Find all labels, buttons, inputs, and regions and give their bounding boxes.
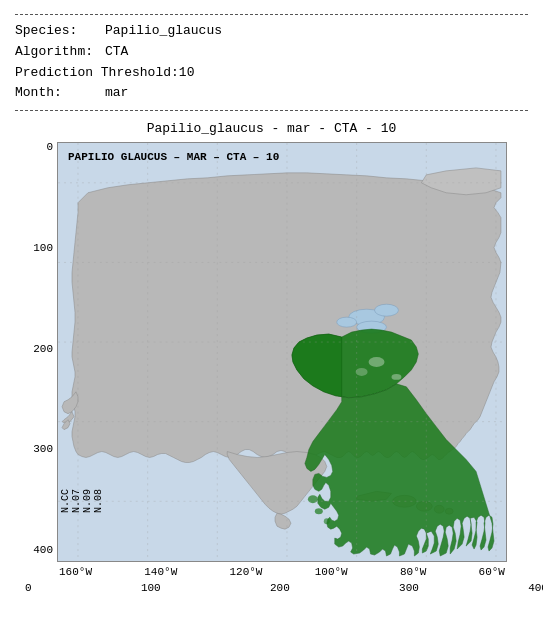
x-label-60w: 60°W (479, 566, 505, 578)
map-title: PAPILIO GLAUCUS – MAR – CTA – 10 (68, 151, 279, 163)
svg-point-14 (324, 518, 330, 524)
y-label-200: 200 (33, 344, 53, 355)
bottom-x-200: 200 (270, 582, 290, 594)
month-line: Month: mar (15, 83, 528, 104)
y-axis: 0 100 200 300 400 (25, 142, 57, 578)
x-label-80w: 80°W (400, 566, 426, 578)
prediction-line: Prediction Threshold: 10 (15, 63, 528, 84)
chart-title: Papilio_glaucus - mar - CTA - 10 (15, 121, 528, 136)
species-label: Species: (15, 21, 105, 42)
algorithm-line: Algorithm: CTA (15, 42, 528, 63)
chart-right: PAPILIO GLAUCUS – MAR – CTA – 10 N.08 N.… (57, 142, 528, 578)
svg-point-6 (375, 304, 399, 316)
x-label-120w: 120°W (229, 566, 262, 578)
svg-point-12 (308, 496, 318, 504)
bottom-x-100: 100 (141, 582, 161, 594)
map-svg (58, 143, 506, 561)
svg-point-11 (356, 368, 368, 376)
y-label-0: 0 (46, 142, 53, 153)
x-label-140w: 140°W (144, 566, 177, 578)
bottom-x-0: 0 (25, 582, 32, 594)
svg-point-7 (337, 317, 357, 327)
y-label-300: 300 (33, 444, 53, 455)
species-value: Papilio_glaucus (105, 21, 222, 42)
bottom-x-numbers: 0 100 200 300 400 (15, 578, 543, 594)
y-label-100: 100 (33, 243, 53, 254)
lat-axis: N.08 N.09 N.07 N.CC (60, 193, 104, 513)
info-block: Species: Papilio_glaucus Algorithm: CTA … (15, 21, 528, 104)
algorithm-value: CTA (105, 42, 128, 63)
y-label-400: 400 (33, 545, 53, 556)
lat-n80: N.08 (93, 193, 104, 513)
svg-point-10 (391, 374, 401, 380)
prediction-value: 10 (179, 63, 195, 84)
month-label: Month: (15, 83, 105, 104)
top-divider (15, 14, 528, 15)
species-line: Species: Papilio_glaucus (15, 21, 528, 42)
lat-n40: N.07 (71, 193, 82, 513)
x-label-100w: 100°W (315, 566, 348, 578)
svg-point-13 (315, 508, 323, 514)
bottom-x-300: 300 (399, 582, 419, 594)
bottom-x-400: 400 (528, 582, 543, 594)
lat-n60: N.09 (82, 193, 93, 513)
lat-n20: N.CC (60, 193, 71, 513)
x-label-160w: 160°W (59, 566, 92, 578)
x-axis-labels: 160°W 140°W 120°W 100°W 80°W 60°W (57, 562, 507, 578)
main-container: Species: Papilio_glaucus Algorithm: CTA … (0, 0, 543, 604)
month-value: mar (105, 83, 128, 104)
svg-point-9 (369, 357, 385, 367)
algorithm-label: Algorithm: (15, 42, 105, 63)
bottom-divider (15, 110, 528, 111)
chart-area: 0 100 200 300 400 PAPILIO GLAUCUS – MAR … (25, 142, 528, 578)
prediction-label: Prediction Threshold: (15, 63, 179, 84)
map-container: PAPILIO GLAUCUS – MAR – CTA – 10 N.08 N.… (57, 142, 507, 562)
